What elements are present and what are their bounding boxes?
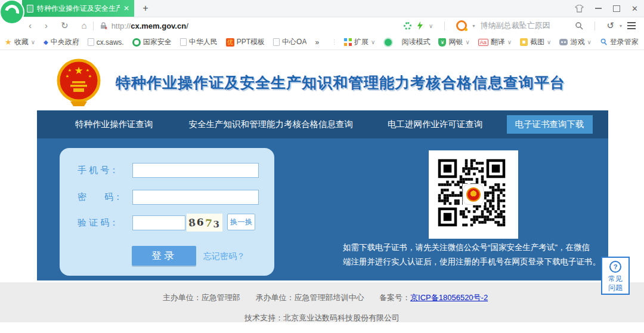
- translate-button[interactable]: Aa 翻译 ∨: [478, 37, 512, 47]
- browser-logo[interactable]: [1, 1, 23, 23]
- reopen-tab-caret-icon[interactable]: ▾: [620, 23, 622, 29]
- bookmark-item[interactable]: 国家安全: [132, 37, 172, 47]
- shield-icon: ¥: [438, 38, 446, 47]
- chevron-down-icon: ∨: [547, 39, 551, 45]
- back-icon[interactable]: ‹: [29, 17, 32, 34]
- gamepad-icon: [559, 39, 568, 45]
- tab-safety-knowledge-query[interactable]: 安全生产知识和管理能力考核合格信息查询: [189, 119, 354, 130]
- faq-button[interactable]: ? 常见 问题: [601, 257, 630, 295]
- green-extension-button[interactable]: [383, 38, 393, 47]
- footer-host: 主办单位：应急管理部: [163, 293, 240, 302]
- url-scheme: http://: [112, 21, 131, 30]
- key-magnifier-icon: [600, 38, 608, 46]
- url-path: /: [186, 21, 188, 30]
- panel-nav: 特种作业操作证查询 安全生产知识和管理能力考核合格信息查询 电工进网作业许可证查…: [37, 110, 608, 138]
- skin-theme-icon[interactable]: [575, 5, 584, 13]
- chevron-down-icon: ∨: [371, 39, 375, 45]
- extensions-button[interactable]: 扩展 ∨: [344, 37, 375, 47]
- title-bar: 特种作业操作证及安全生产知识 ✕ + ✕: [0, 0, 644, 17]
- search-icon[interactable]: [575, 21, 583, 30]
- ring-icon: [132, 38, 141, 47]
- divider: [444, 21, 445, 30]
- query-panel: 特种作业操作证查询 安全生产知识和管理能力考核合格信息查询 电工进网作业许可证查…: [37, 110, 608, 280]
- screenshot-icon: [520, 38, 528, 46]
- login-keeper-button[interactable]: 登录管家: [600, 37, 639, 47]
- password-input[interactable]: [132, 190, 259, 205]
- speed-lightning-icon[interactable]: [417, 21, 423, 30]
- hot-search-suggestion[interactable]: 博纳副总裁坠亡原因: [480, 20, 569, 31]
- phone-input[interactable]: [132, 163, 259, 178]
- games-button[interactable]: 游戏 ∨: [559, 37, 591, 47]
- close-button[interactable]: ✕: [631, 4, 638, 13]
- bookmarks-bar: ★ 收藏 ∨ ◆ 中央政府 cx.saws. 国家安全 中华人民 优 PPT模板…: [0, 35, 644, 50]
- captcha-label: 验 证 码：: [78, 217, 132, 229]
- bookmark-item[interactable]: 中心OA: [273, 37, 306, 47]
- national-emblem: ★ ★ ★ ★ ★: [52, 56, 105, 109]
- captcha-image: 8 6 7 3: [187, 214, 222, 232]
- captcha-refresh-button[interactable]: 换一换: [227, 214, 255, 230]
- web-page: ★ ★ ★ ★ ★ 特种作业操作证及安全生产知识和管理能力考核合格信息查询平台 …: [0, 50, 644, 333]
- maximize-button[interactable]: [613, 5, 620, 12]
- bookmarks-overflow[interactable]: »: [315, 38, 319, 47]
- search-engine-logo[interactable]: [456, 20, 467, 31]
- page-title: 特种作业操作证及安全生产知识和管理能力考核合格信息查询平台: [116, 73, 565, 92]
- page-footer: 主办单位：应急管理部 承办单位：应急管理部培训中心 备案号：京ICP备18056…: [0, 282, 644, 322]
- compass-icon: ◆: [44, 39, 48, 45]
- minimize-button[interactable]: [595, 8, 602, 9]
- chevron-down-icon: ∨: [587, 39, 591, 45]
- new-tab-button[interactable]: +: [139, 2, 152, 15]
- phone-label: 手 机 号：: [78, 165, 132, 176]
- qr-code-box: [429, 150, 518, 239]
- tab-title: 特种作业操作证及安全生产知识: [37, 4, 120, 14]
- you-badge-icon: 优: [226, 38, 234, 47]
- url-field[interactable]: http://cx.mem.gov.cn/: [112, 21, 188, 30]
- toolbar-divider-icon: ⋮: [331, 38, 338, 46]
- url-host: cx.mem.gov.cn: [131, 21, 186, 30]
- search-engine-caret-icon[interactable]: ▾: [472, 23, 475, 29]
- question-icon: ?: [609, 261, 621, 273]
- address-bar: ‹ › ↻ ⌂ x http://cx.mem.gov.cn/ ∨ ▾ 博纳副总…: [0, 17, 644, 34]
- forward-icon[interactable]: ›: [45, 17, 48, 34]
- adblock-icon[interactable]: [404, 22, 411, 30]
- bookmark-item[interactable]: cx.saws.: [88, 38, 124, 47]
- divider: [93, 21, 94, 30]
- tab-electrician-permit-query[interactable]: 电工进网作业许可证查询: [388, 119, 483, 130]
- svg-text:★: ★: [74, 65, 83, 76]
- qr-center-emblem: [464, 185, 483, 204]
- blocks-icon: [344, 38, 352, 46]
- home-icon[interactable]: ⌂: [82, 17, 87, 34]
- favorites-star-icon: ★: [5, 38, 12, 47]
- browser-tab[interactable]: 特种作业操作证及安全生产知识 ✕: [22, 0, 134, 17]
- tab-ecert-download-active[interactable]: 电子证书查询下载: [507, 115, 593, 134]
- svg-text:★: ★: [86, 68, 89, 72]
- favorites-menu[interactable]: ★ 收藏 ∨: [5, 37, 35, 47]
- screenshot-button[interactable]: 截图 ∨: [520, 37, 551, 47]
- menu-icon[interactable]: [627, 22, 636, 29]
- chevron-down-icon: ∨: [507, 39, 512, 45]
- divider: [595, 21, 595, 30]
- download-instructions: 如需下载电子证书，请先关注微信公众号“国家安全生产考试”，在微信 端注册并进行实…: [343, 240, 608, 269]
- tab-close-icon[interactable]: ✕: [123, 4, 129, 13]
- reload-icon[interactable]: ↻: [61, 17, 69, 34]
- footer-record-label: 备案号：: [379, 293, 410, 302]
- login-card: 手 机 号： 密 码： 验 证 码： 8 6 7 3 换一换 登录 忘记密码？: [60, 148, 274, 276]
- forgot-password-link[interactable]: 忘记密码？: [203, 251, 245, 262]
- login-button[interactable]: 登录: [132, 246, 196, 266]
- bank-button[interactable]: ¥ 网银 ∨: [438, 37, 469, 47]
- reading-mode-button[interactable]: 阅读模式: [401, 37, 430, 47]
- page-icon: [88, 38, 94, 46]
- chevron-down-icon[interactable]: ∨: [429, 23, 433, 29]
- bookmark-item[interactable]: 优 PPT模板: [226, 37, 265, 47]
- icp-record-link[interactable]: 京ICP备18056520号-2: [410, 293, 488, 302]
- page-icon: [180, 38, 187, 46]
- bookmark-item[interactable]: ◆ 中央政府: [44, 37, 79, 47]
- reopen-tab-icon[interactable]: ↺: [606, 20, 614, 31]
- page-icon: [273, 38, 280, 46]
- translate-aa-icon: Aa: [478, 39, 488, 46]
- captcha-input[interactable]: [132, 215, 185, 230]
- footer-support: 技术支持：北京竟业达数码科技股份有限公司: [0, 303, 644, 323]
- svg-text:★: ★: [68, 68, 72, 72]
- tab-special-operation-query[interactable]: 特种作业操作证查询: [75, 119, 153, 130]
- bookmark-item[interactable]: 中华人民: [180, 37, 218, 47]
- favorites-label: 收藏: [14, 37, 29, 47]
